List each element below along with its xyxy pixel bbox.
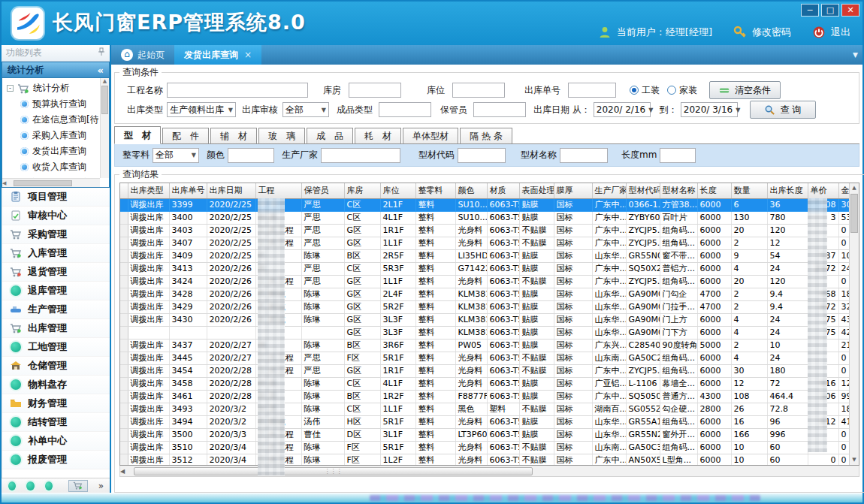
material-tab[interactable]: 成 品 <box>307 128 353 143</box>
sidebar-item-production[interactable]: 生产管理 <box>2 300 110 319</box>
keeper-input[interactable] <box>473 102 526 117</box>
table-row[interactable]: 调拨出库35002020/3/3工 共工程曹佳D区3L1F整料LT3P60606… <box>120 428 859 441</box>
column-header[interactable]: 表面处理 <box>519 183 554 198</box>
color-input[interactable] <box>228 148 274 163</box>
date-to-select[interactable]: 2020/ 3/16▼ <box>681 102 738 117</box>
warehouse-input[interactable] <box>349 83 401 98</box>
column-header[interactable]: 生产厂家 <box>592 183 626 198</box>
sidebar-item-cart-out[interactable]: 出库管理 <box>2 319 110 338</box>
table-row[interactable]: 调拨出库34072020/2/25工 共工程严思G区1L1F整料光身料6063-… <box>120 237 859 249</box>
logout-link[interactable]: 退出 <box>831 26 850 39</box>
column-header[interactable]: 出库长度 <box>767 183 808 198</box>
outbound-type-select[interactable]: 生产领料出库▼ <box>167 102 236 117</box>
tab-home[interactable]: ⌂ 起始页 <box>111 45 174 65</box>
column-header[interactable]: 材质 <box>487 183 519 198</box>
table-row[interactable]: 调拨出库34942020/3/2石 辉城汤伟H区5R1F整料光身料6063-T5… <box>120 415 859 428</box>
table-row[interactable]: 调拨出库35122020/3/4工 共工程陈琳F区1L2F整料光身料6063-T… <box>120 454 859 466</box>
sidebar-item-folder[interactable]: 财务管理 <box>2 394 110 413</box>
date-from-select[interactable]: 2020/ 2/16▼ <box>594 102 651 117</box>
column-header[interactable]: 长度 <box>697 183 731 198</box>
material-tab[interactable]: 辅 材 <box>210 128 257 143</box>
table-row[interactable]: 调拨出库34582020/2/28华 原...陈琳C区4L1F整料光身料6063… <box>120 377 859 390</box>
column-header[interactable]: 整零料 <box>415 183 455 198</box>
tree-item[interactable]: 采购入库查询 <box>7 128 98 143</box>
table-row[interactable]: 调拨出库34092020/2/25长 ...陈琳B区2R5F整料LI35HD60… <box>120 249 859 262</box>
order-no-input[interactable] <box>568 83 616 98</box>
module-dot-icon[interactable] <box>45 481 53 490</box>
module-dot-icon[interactable] <box>26 481 34 490</box>
column-header[interactable]: 数量 <box>731 183 767 198</box>
column-header[interactable]: 库位 <box>380 183 415 198</box>
radio-jiazhuang[interactable]: 家装 <box>667 84 697 97</box>
overflow-chevron-icon[interactable]: » <box>98 481 104 491</box>
whole-part-select[interactable]: 全部▼ <box>153 148 199 163</box>
sidebar-group-header[interactable]: 统计分析 « <box>2 62 110 78</box>
sidebar-item-audit[interactable]: 审核中心 <box>2 207 110 225</box>
clear-conditions-button[interactable]: 清空条件 <box>709 81 781 99</box>
cart-toolbar-button[interactable] <box>68 480 88 492</box>
product-type-input[interactable] <box>379 102 431 117</box>
sidebar-item-circle[interactable]: 退库管理 <box>2 282 110 300</box>
table-row[interactable]: 调拨出库34932020/3/2华 原...陈琳C区1L1F整料黑色塑料不贴膜国… <box>120 403 859 415</box>
location-input[interactable] <box>452 83 505 98</box>
column-header[interactable]: 出库日期 <box>207 183 255 198</box>
table-row[interactable]: 调拨出库34282020/2/26石 辉城陈琳G区2L4F整料KLM381760… <box>120 288 859 300</box>
tree-item[interactable]: 在途信息查询[待定] <box>7 112 98 128</box>
tree-vertical-scrollbar[interactable]: ▲ <box>100 78 109 178</box>
tree-item[interactable]: 预算执行查询 <box>7 96 98 112</box>
collapse-icon[interactable]: « <box>98 65 104 76</box>
tree-item[interactable]: 收货入库查询 <box>7 159 98 175</box>
sidebar-item-circle[interactable]: 结转管理 <box>2 413 110 432</box>
close-tab-icon[interactable]: × <box>244 50 252 60</box>
material-tab[interactable]: 单体型材 <box>403 128 458 143</box>
grid-horizontal-scrollbar[interactable]: ◀⋮⋮⋮ <box>119 466 859 477</box>
table-row[interactable]: 调拨出库34242020/2/26工 共工程严思G区1L1F整料光身料6063-… <box>120 275 859 288</box>
sidebar-item-circle[interactable]: 补单中心 <box>2 432 110 451</box>
sidebar-item-cart[interactable]: 采购管理 <box>2 225 110 244</box>
search-button[interactable]: 查 询 <box>750 101 816 119</box>
length-input[interactable] <box>660 148 696 163</box>
table-row[interactable]: 调拨出库34292020/2/26石 辉城陈琳G区5R2F整料KLM381760… <box>120 300 859 313</box>
material-tab[interactable]: 玻 璃 <box>258 128 305 143</box>
grid-vertical-scrollbar[interactable]: ▲▼ <box>849 183 859 465</box>
table-row[interactable]: 调拨出库34372020/2/27佛 ...陈琳B区3R6F整料PW056063… <box>120 339 859 352</box>
tree-item[interactable]: 发货出库查询 <box>7 143 98 159</box>
table-row[interactable]: 调拨出库34542020/2/28工 共工程严思G区1R1F整料光身料6063-… <box>120 364 859 377</box>
material-tab[interactable]: 型 材 <box>114 126 161 144</box>
change-password-link[interactable]: 修改密码 <box>752 26 791 39</box>
pin-icon[interactable] <box>98 47 105 59</box>
table-row[interactable]: 调拨出库34302020/2/26石 辉城陈琳G区3L3F整料KLM381760… <box>120 313 859 326</box>
material-tab[interactable]: 隔 热 条 <box>460 128 512 143</box>
tab-shipping-outbound-query[interactable]: 发货出库查询 × <box>174 45 261 65</box>
column-header[interactable]: 出库类型 <box>128 183 169 198</box>
sidebar-item-cart-return[interactable]: 退货管理 <box>2 263 110 282</box>
sidebar-item-cart-in[interactable]: 入库管理 <box>2 244 110 263</box>
table-row[interactable]: 调拨出库34002020/2/25华 原...严思C区4L1F整料SU10...… <box>120 211 859 224</box>
column-header[interactable]: 颜色 <box>455 183 487 198</box>
column-header[interactable]: 膜厚 <box>554 183 592 198</box>
tree-expander-icon[interactable]: - <box>7 85 14 92</box>
sidebar-item-circle[interactable]: 工地管理 <box>2 338 110 357</box>
chevron-down-icon[interactable]: ▼ <box>853 51 858 59</box>
tree-root-statistics[interactable]: -统计分析 <box>7 80 98 96</box>
material-tab[interactable]: 耗 材 <box>355 128 401 143</box>
column-header[interactable]: 型材代码 <box>626 183 660 198</box>
sidebar-item-circle[interactable]: 物料盘存 <box>2 376 110 394</box>
table-row[interactable]: 调拨出库35102020/3/4工 共工程陈琳F区5R1F整料光身料6063-T… <box>120 441 859 454</box>
table-row[interactable]: 调拨出库34612020/2/28华 原...陈琳B区1R2F整料F8877FT… <box>120 390 859 403</box>
table-row[interactable]: 调拨出库33992020/2/25华 原...严思C区2L1F整料SU10...… <box>120 198 859 211</box>
column-header[interactable]: 库房 <box>344 183 380 198</box>
sidebar-item-circle[interactable]: 报废管理 <box>2 451 110 469</box>
profile-name-input[interactable] <box>560 148 608 163</box>
sidebar-item-warehouse[interactable]: 仓储管理 <box>2 357 110 376</box>
audit-select[interactable]: 全部▼ <box>282 102 329 117</box>
maker-input[interactable] <box>321 148 400 163</box>
project-name-input[interactable] <box>167 83 308 98</box>
column-header[interactable]: 出库单号 <box>169 183 207 198</box>
close-button[interactable]: ✕ <box>841 4 859 17</box>
table-row[interactable]: 调拨出库34452020/2/27工 共工程严思F区5R1F整料光身料6063-… <box>120 352 859 364</box>
table-row[interactable]: G区3L3F整料KLM38176063-T5贴膜国标山东华...GA90M09.… <box>120 326 859 339</box>
profile-code-input[interactable] <box>458 148 506 163</box>
module-dot-icon[interactable] <box>8 481 16 490</box>
table-row[interactable]: 调拨出库34132020/2/26南 ...严思C区5R3F整料G7142260… <box>120 262 859 275</box>
